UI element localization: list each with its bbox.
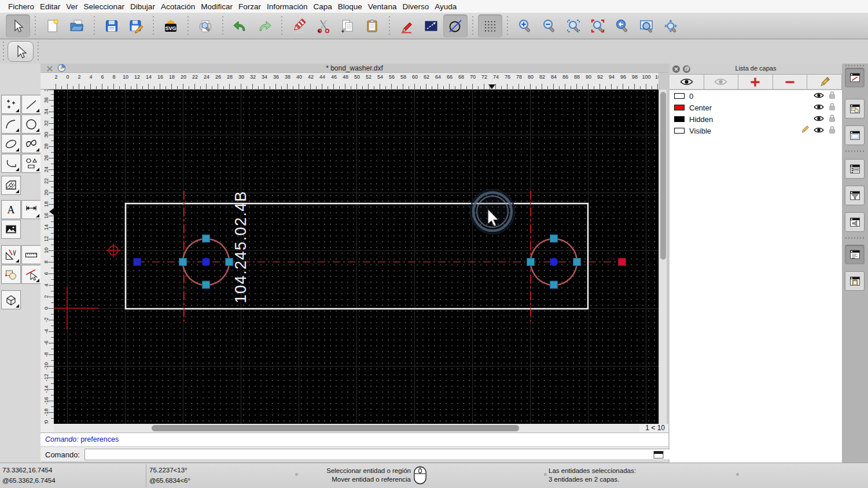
edit-layer-button[interactable] — [807, 75, 842, 89]
drawing-canvas[interactable]: 104.245.02.4B — [54, 90, 659, 424]
horizontal-scrollbar[interactable] — [54, 424, 639, 432]
hide-all-layers-button[interactable] — [704, 75, 739, 89]
add-layer-button[interactable] — [738, 75, 773, 89]
polygon-tool-button[interactable] — [21, 154, 41, 173]
menu-ventana[interactable]: Ventana — [365, 2, 400, 11]
zoom-auto-button[interactable] — [561, 14, 586, 38]
zoom-window-button[interactable] — [634, 14, 659, 38]
dock-toggle-clipboard-window[interactable] — [845, 271, 865, 291]
dock-toggle-pen-window[interactable] — [845, 68, 865, 87]
menu-acotacion[interactable]: Acotación — [158, 2, 198, 11]
dock-toggle-filter-window[interactable] — [845, 186, 865, 205]
save-button[interactable] — [100, 14, 124, 38]
select-arrow-button[interactable] — [6, 14, 30, 38]
tool-options-row — [0, 39, 868, 64]
modify-tool-button[interactable] — [1, 245, 21, 264]
layer-lock-icon[interactable] — [828, 114, 836, 125]
menu-diverso[interactable]: Diverso — [399, 2, 432, 11]
print-preview-button[interactable] — [193, 14, 218, 38]
command-window-toggle-button[interactable] — [653, 449, 664, 460]
image-tool-button[interactable] — [1, 220, 21, 239]
hatch-tool-button[interactable] — [1, 176, 21, 195]
cut-button[interactable] — [311, 14, 336, 38]
toolbar-separator — [30, 16, 41, 36]
text-tool-button[interactable]: A — [1, 200, 21, 219]
part-number-label[interactable]: 104.245.02.4B — [232, 190, 249, 303]
paste-button[interactable] — [360, 14, 384, 38]
layer-row-center[interactable]: Center — [670, 102, 842, 113]
layer-list-panel: Lista de capas 0CenterHiddenVisible — [670, 64, 842, 463]
zoom-in-button[interactable] — [513, 14, 537, 38]
layer-row-hidden[interactable]: Hidden — [670, 113, 842, 125]
copy-button[interactable] — [336, 14, 360, 38]
dock-toggle-shapes-window[interactable] — [845, 99, 865, 119]
zoom-previous-button[interactable] — [586, 14, 610, 38]
show-all-layers-button[interactable] — [670, 75, 704, 89]
svg-export-button[interactable]: SVG — [159, 14, 183, 38]
pen-button[interactable] — [395, 14, 419, 38]
layer-row-visible[interactable]: Visible — [670, 125, 842, 136]
spline-tool-button[interactable] — [21, 134, 41, 153]
open-folder-button[interactable] — [65, 14, 89, 38]
measure-tool-button[interactable] — [21, 245, 41, 264]
menu-editar[interactable]: Editar — [37, 2, 63, 11]
menu-forzar[interactable]: Forzar — [236, 2, 264, 11]
menu-ver[interactable]: Ver — [63, 2, 80, 11]
endpoint-grip-left[interactable] — [134, 258, 141, 266]
dashed-line-button[interactable] — [419, 14, 443, 38]
dock-toggle-blank-window[interactable] — [845, 125, 865, 145]
zoom-pan-button[interactable] — [659, 14, 683, 38]
layer-visibility-icon[interactable] — [814, 125, 824, 136]
zoom-out-button[interactable] — [537, 14, 561, 38]
menu-seleccionar[interactable]: Seleccionar — [81, 2, 128, 11]
menu-ayuda[interactable]: Ayuda — [432, 2, 459, 11]
new-file-button[interactable] — [41, 14, 65, 38]
points-tool-button[interactable] — [1, 95, 21, 114]
menu-capa[interactable]: Capa — [311, 2, 335, 11]
select-entity-tool-button[interactable] — [21, 265, 41, 284]
eraser-button[interactable] — [287, 14, 311, 38]
selection-tool-button[interactable] — [8, 41, 34, 62]
dimension-tool-button[interactable] — [21, 200, 41, 219]
plate-outline[interactable] — [126, 204, 588, 309]
undo-button[interactable] — [228, 14, 252, 38]
layer-lock-icon[interactable] — [828, 102, 836, 113]
menu-fichero[interactable]: Fichero — [5, 2, 37, 11]
dock-toggle-speaker-window[interactable] — [845, 212, 865, 232]
layer-visibility-icon[interactable] — [814, 114, 824, 124]
cube-tool-button[interactable] — [1, 290, 21, 309]
menu-dibujar[interactable]: Dibujar — [127, 2, 158, 11]
redo-button[interactable] — [252, 14, 277, 38]
dock-toggle-list-window[interactable] — [845, 159, 865, 179]
circle-line-button[interactable] — [443, 14, 468, 38]
save-as-button[interactable] — [124, 14, 148, 38]
menu-modificar[interactable]: Modificar — [198, 2, 236, 11]
layer-lock-icon[interactable] — [828, 91, 836, 102]
circle-tool-button[interactable] — [21, 114, 41, 134]
vertical-scrollbar[interactable] — [659, 90, 667, 424]
order-tool-button[interactable] — [1, 265, 21, 284]
polyline-tool-button[interactable] — [1, 154, 21, 173]
endpoint-grip-right[interactable] — [619, 258, 626, 266]
dock-separator — [845, 150, 864, 152]
center-grip-right[interactable] — [550, 258, 558, 266]
menu-bloque[interactable]: Bloque — [335, 2, 365, 11]
grid-toggle-button[interactable] — [478, 14, 502, 38]
ellipse-tool-button[interactable] — [1, 134, 21, 153]
arc-tool-button[interactable] — [1, 114, 21, 134]
copy-icon — [340, 19, 355, 34]
command-input[interactable] — [84, 449, 690, 460]
layer-visibility-icon[interactable] — [814, 102, 824, 113]
horizontal-scrollbar-thumb[interactable] — [152, 425, 519, 431]
dock-toggle-command-window[interactable] — [845, 245, 865, 264]
layer-visibility-icon[interactable] — [814, 91, 824, 101]
vertical-scrollbar-thumb[interactable] — [660, 92, 666, 260]
remove-layer-button[interactable] — [773, 75, 808, 89]
zoom-back-button[interactable] — [610, 14, 634, 38]
center-grip-left[interactable] — [202, 258, 210, 266]
layer-lock-icon[interactable] — [828, 125, 836, 136]
v-ruler-label: -18 — [41, 407, 52, 417]
menu-informacion[interactable]: Información — [264, 2, 311, 11]
layer-row-0[interactable]: 0 — [670, 90, 842, 102]
line-tool-button[interactable] — [21, 95, 41, 114]
